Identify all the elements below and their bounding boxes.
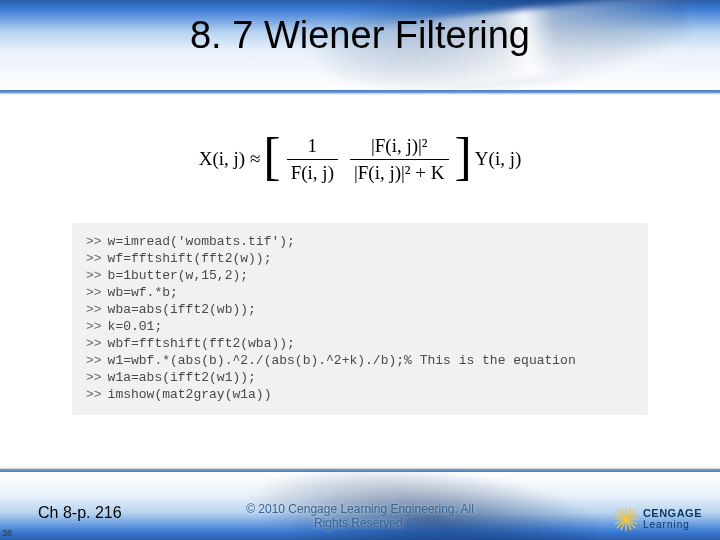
- code-text: b=1butter(w,15,2);: [108, 267, 634, 284]
- brand-logo: CENGAGE Learning: [613, 506, 702, 532]
- copyright-text: © 2010 Cengage Learning Engineering. All…: [210, 502, 510, 530]
- prompt-icon: >>: [86, 233, 102, 250]
- code-text: w=imread('wombats.tif');: [108, 233, 634, 250]
- code-line: >>w1=wbf.*(abs(b).^2./(abs(b).^2+k)./b);…: [86, 352, 634, 369]
- prompt-icon: >>: [86, 284, 102, 301]
- code-line: >>imshow(mat2gray(w1a)): [86, 386, 634, 403]
- copyright-line1: © 2010 Cengage Learning Engineering. All: [246, 502, 474, 516]
- equation-frac2: |F(i, j)|² |F(i, j)|² + K: [350, 135, 449, 184]
- frac1-bar: [287, 159, 338, 160]
- prompt-icon: >>: [86, 352, 102, 369]
- code-line: >>wbf=fftshift(fft2(wba));: [86, 335, 634, 352]
- code-line: >>w1a=abs(ifft2(w1));: [86, 369, 634, 386]
- code-text: wf=fftshift(fft2(w));: [108, 250, 634, 267]
- footer-left-text: Ch 8-p. 216: [38, 504, 122, 522]
- logo-sub: Learning: [643, 519, 702, 530]
- page-number: 38: [2, 528, 12, 538]
- code-line: >>wba=abs(ifft2(wb));: [86, 301, 634, 318]
- prompt-icon: >>: [86, 335, 102, 352]
- code-text: imshow(mat2gray(w1a)): [108, 386, 634, 403]
- svg-line-6: [626, 519, 635, 528]
- code-block: >>w=imread('wombats.tif'); >>wf=fftshift…: [72, 223, 648, 415]
- code-text: w1a=abs(ifft2(w1));: [108, 369, 634, 386]
- prompt-icon: >>: [86, 267, 102, 284]
- logo-brand: CENGAGE: [643, 508, 702, 519]
- prompt-icon: >>: [86, 301, 102, 318]
- equation: X(i, j) ≈ [ 1 F(i, j) |F(i, j)|² |F(i, j…: [170, 130, 550, 188]
- frac2-den: |F(i, j)|² + K: [350, 162, 449, 184]
- slide-title: 8. 7 Wiener Filtering: [0, 14, 720, 57]
- code-text: wbf=fftshift(fft2(wba));: [108, 335, 634, 352]
- code-text: k=0.01;: [108, 318, 634, 335]
- code-line: >>b=1butter(w,15,2);: [86, 267, 634, 284]
- frac1-num: 1: [304, 135, 322, 157]
- prompt-icon: >>: [86, 318, 102, 335]
- slide: 8. 7 Wiener Filtering X(i, j) ≈ [ 1 F(i,…: [0, 0, 720, 540]
- header-divider: [0, 90, 720, 93]
- code-line: >>wf=fftshift(fft2(w));: [86, 250, 634, 267]
- logo-text: CENGAGE Learning: [643, 508, 702, 530]
- starburst-icon: [613, 506, 639, 532]
- equation-rhs: Y(i, j): [475, 148, 521, 170]
- code-text: wb=wf.*b;: [108, 284, 634, 301]
- frac2-bar: [350, 159, 449, 160]
- svg-line-7: [626, 510, 635, 519]
- frac1-den: F(i, j): [287, 162, 338, 184]
- prompt-icon: >>: [86, 250, 102, 267]
- copyright-line2: Rights Reserved.: [314, 516, 406, 530]
- equation-frac1: 1 F(i, j): [287, 135, 338, 184]
- svg-line-8: [617, 519, 626, 528]
- code-line: >>w=imread('wombats.tif');: [86, 233, 634, 250]
- code-line: >>wb=wf.*b;: [86, 284, 634, 301]
- code-line: >>k=0.01;: [86, 318, 634, 335]
- frac2-num: |F(i, j)|²: [367, 135, 432, 157]
- svg-line-5: [617, 510, 626, 519]
- prompt-icon: >>: [86, 386, 102, 403]
- code-text: w1=wbf.*(abs(b).^2./(abs(b).^2+k)./b);% …: [108, 352, 634, 369]
- equation-lhs: X(i, j) ≈: [199, 148, 261, 170]
- code-text: wba=abs(ifft2(wb));: [108, 301, 634, 318]
- prompt-icon: >>: [86, 369, 102, 386]
